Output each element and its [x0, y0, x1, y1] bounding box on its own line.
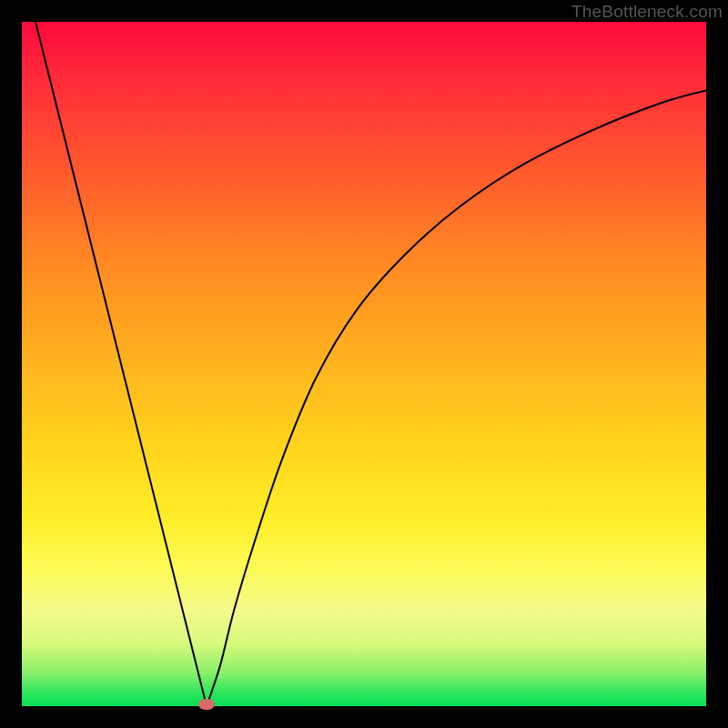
optimum-marker	[198, 699, 215, 710]
chart-plot-area	[22, 22, 706, 706]
watermark-text: TheBottleneck.com	[571, 2, 723, 22]
bottleneck-curve	[22, 22, 706, 706]
curve-path	[35, 22, 706, 706]
